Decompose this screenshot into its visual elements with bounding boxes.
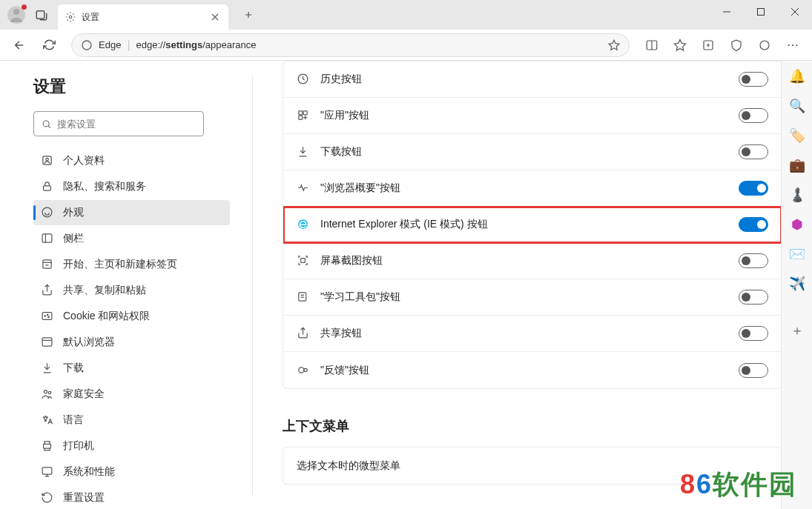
sidebar-notification-icon[interactable]: 🔔 [789, 68, 805, 84]
sidebar-search-icon[interactable]: 🔍 [789, 98, 805, 114]
more-menu-icon[interactable] [779, 32, 806, 59]
sidebar-shopping-icon[interactable]: 🏷️ [789, 127, 805, 144]
new-tab-button[interactable] [237, 4, 260, 26]
sidebar-send-icon[interactable]: ✈️ [789, 276, 805, 292]
svg-point-10 [796, 44, 797, 45]
toggle-screenshot[interactable] [739, 253, 768, 268]
search-input[interactable] [57, 119, 196, 130]
favorite-star-icon[interactable] [608, 39, 620, 51]
toggle-feedback[interactable] [739, 363, 768, 378]
sidebar-office-icon[interactable]: ⬢ [789, 216, 805, 233]
close-button[interactable] [778, 0, 812, 24]
settings-sidebar: 设置 个人资料隐私、搜索和服务外观侧栏开始、主页和新建标签页共享、复制和粘贴Co… [0, 61, 252, 509]
svg-rect-33 [301, 259, 306, 263]
nav-item-printer[interactable]: 打印机 [33, 433, 230, 459]
setting-label: Internet Explorer 模式 (IE 模式) 按钮 [320, 218, 728, 231]
toggle-ie[interactable] [739, 217, 768, 232]
browser-essentials-icon[interactable] [723, 32, 750, 59]
profile-avatar-icon[interactable] [7, 6, 25, 24]
ie-mode-icon[interactable] [751, 32, 778, 59]
download-icon [297, 145, 310, 159]
nav-label: 重置设置 [63, 491, 105, 505]
refresh-button[interactable] [36, 32, 62, 59]
language-icon [41, 413, 54, 427]
sidebar-add-icon[interactable]: ＋ [789, 322, 805, 339]
edge-logo-icon [81, 39, 93, 51]
cookie-icon [41, 310, 54, 323]
toggle-download[interactable] [739, 144, 768, 159]
nav-item-system[interactable]: 系统和性能 [33, 459, 230, 485]
page-title: 设置 [33, 76, 230, 98]
nav-item-reset[interactable]: 重置设置 [33, 485, 230, 509]
nav-item-sidebar[interactable]: 侧栏 [33, 226, 230, 251]
svg-rect-18 [42, 313, 52, 320]
watermark: 86软件园 [680, 467, 797, 503]
nav-item-lock[interactable]: 隐私、搜索和服务 [33, 174, 230, 199]
setting-label: "反馈"按钮 [320, 364, 728, 377]
back-button[interactable] [6, 32, 33, 59]
toggle-heart[interactable] [739, 181, 768, 196]
setting-feedback: "反馈"按钮 [283, 352, 782, 388]
minimize-button[interactable] [710, 0, 744, 24]
svg-rect-30 [303, 111, 307, 115]
maximize-button[interactable] [744, 0, 778, 24]
section-heading: 上下文菜单 [283, 417, 782, 435]
tab-actions-icon[interactable] [31, 4, 52, 25]
address-bar[interactable]: Edge | edge://settings/appearance [71, 33, 630, 57]
edge-sidebar: 🔔 🔍 🏷️ 💼 ♟️ ⬢ ✉️ ✈️ ＋ [781, 61, 812, 509]
setting-label: "应用"按钮 [320, 109, 728, 122]
browser-icon [41, 336, 54, 349]
settings-nav: 个人资料隐私、搜索和服务外观侧栏开始、主页和新建标签页共享、复制和粘贴Cooki… [33, 148, 230, 509]
setting-label: "浏览器概要"按钮 [320, 182, 728, 195]
toggle-share[interactable] [739, 326, 768, 341]
toggle-apps[interactable] [739, 108, 768, 123]
svg-rect-16 [42, 234, 52, 242]
family-icon [41, 387, 54, 401]
svg-point-0 [13, 9, 19, 15]
nav-item-appearance[interactable]: 外观 [33, 200, 230, 225]
profile-icon [41, 154, 54, 167]
nav-item-language[interactable]: 语言 [33, 407, 230, 433]
collections-icon[interactable] [695, 32, 722, 59]
gear-icon [65, 12, 76, 22]
notification-dot-icon [22, 4, 27, 10]
sidebar-tools-icon[interactable]: 💼 [789, 157, 805, 173]
printer-icon [41, 439, 54, 453]
ie-icon [297, 218, 310, 231]
nav-item-family[interactable]: 家庭安全 [33, 382, 230, 407]
history-icon [297, 73, 310, 86]
sidebar-games-icon[interactable]: ♟️ [789, 187, 805, 203]
home-icon [41, 258, 54, 271]
svg-point-20 [47, 314, 48, 315]
nav-item-browser[interactable]: 默认浏览器 [33, 330, 230, 355]
toggle-learning[interactable] [739, 290, 768, 305]
heart-icon [297, 182, 310, 195]
svg-rect-29 [299, 111, 303, 115]
svg-point-15 [42, 207, 52, 217]
sidebar-outlook-icon[interactable]: ✉️ [789, 246, 805, 262]
svg-rect-34 [299, 293, 306, 301]
nav-item-cookie[interactable]: Cookie 和网站权限 [33, 304, 230, 329]
feedback-icon [297, 364, 310, 377]
favorites-icon[interactable] [667, 32, 693, 59]
address-path: edge://settings/appearance [136, 39, 257, 50]
nav-label: 侧栏 [63, 232, 84, 245]
nav-label: 个人资料 [63, 154, 105, 167]
close-icon[interactable] [209, 11, 221, 23]
svg-rect-3 [758, 9, 765, 16]
nav-label: 隐私、搜索和服务 [63, 180, 146, 193]
settings-main: 历史按钮 "应用"按钮 下载按钮 "浏览器概要"按钮 Internet Expl… [253, 61, 812, 509]
nav-label: 开始、主页和新建标签页 [63, 258, 177, 271]
setting-download: 下载按钮 [283, 134, 782, 170]
nav-item-home[interactable]: 开始、主页和新建标签页 [33, 252, 230, 277]
svg-point-9 [792, 44, 793, 45]
nav-item-download[interactable]: 下载 [33, 356, 230, 381]
nav-item-profile[interactable]: 个人资料 [33, 148, 230, 173]
nav-item-share[interactable]: 共享、复制和粘贴 [33, 278, 230, 303]
split-screen-icon[interactable] [638, 32, 665, 59]
nav-label: 默认浏览器 [63, 336, 115, 349]
browser-tab[interactable]: 设置 [58, 4, 228, 30]
settings-search[interactable] [33, 111, 204, 136]
address-domain: Edge [99, 39, 121, 50]
toggle-history[interactable] [739, 72, 768, 87]
